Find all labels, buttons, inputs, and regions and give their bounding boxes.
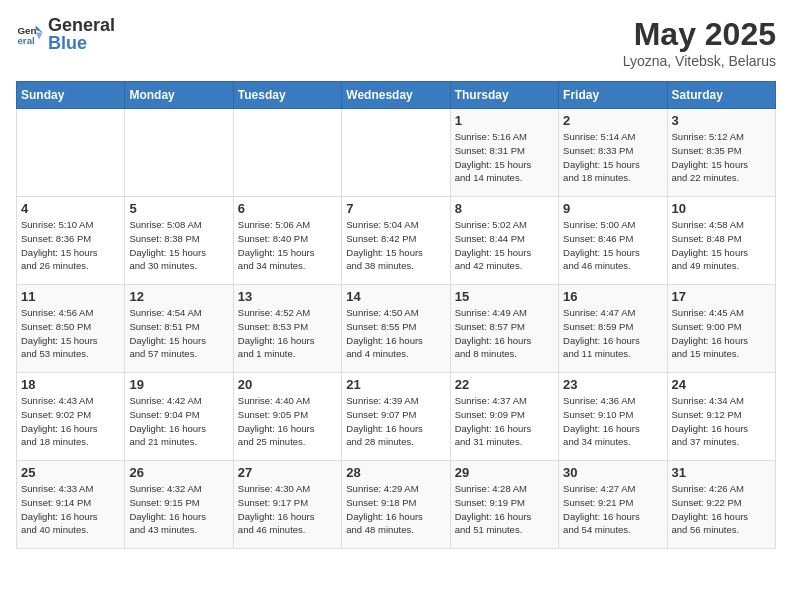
day-info-line: Sunset: 9:00 PM	[672, 321, 742, 332]
day-info-line: Sunset: 8:44 PM	[455, 233, 525, 244]
day-info: Sunrise: 5:10 AMSunset: 8:36 PMDaylight:…	[21, 218, 120, 273]
day-info-line: Daylight: 15 hours	[672, 159, 749, 170]
calendar-day-cell: 31Sunrise: 4:26 AMSunset: 9:22 PMDayligh…	[667, 461, 775, 549]
day-info: Sunrise: 4:47 AMSunset: 8:59 PMDaylight:…	[563, 306, 662, 361]
calendar-day-cell: 18Sunrise: 4:43 AMSunset: 9:02 PMDayligh…	[17, 373, 125, 461]
day-info-line: Daylight: 16 hours	[129, 511, 206, 522]
calendar-day-cell: 6Sunrise: 5:06 AMSunset: 8:40 PMDaylight…	[233, 197, 341, 285]
day-info: Sunrise: 4:33 AMSunset: 9:14 PMDaylight:…	[21, 482, 120, 537]
day-number: 22	[455, 377, 554, 392]
title-block: May 2025 Lyozna, Vitebsk, Belarus	[623, 16, 776, 69]
calendar-week-row: 4Sunrise: 5:10 AMSunset: 8:36 PMDaylight…	[17, 197, 776, 285]
calendar-day-cell: 12Sunrise: 4:54 AMSunset: 8:51 PMDayligh…	[125, 285, 233, 373]
day-info: Sunrise: 4:39 AMSunset: 9:07 PMDaylight:…	[346, 394, 445, 449]
day-info-line: Sunrise: 4:49 AM	[455, 307, 527, 318]
svg-marker-3	[36, 33, 43, 40]
day-info: Sunrise: 5:00 AMSunset: 8:46 PMDaylight:…	[563, 218, 662, 273]
day-info-line: Daylight: 16 hours	[346, 335, 423, 346]
day-info: Sunrise: 5:08 AMSunset: 8:38 PMDaylight:…	[129, 218, 228, 273]
day-info: Sunrise: 5:02 AMSunset: 8:44 PMDaylight:…	[455, 218, 554, 273]
day-info-line: Sunrise: 5:02 AM	[455, 219, 527, 230]
day-info: Sunrise: 5:14 AMSunset: 8:33 PMDaylight:…	[563, 130, 662, 185]
weekday-header-tuesday: Tuesday	[233, 82, 341, 109]
day-info-line: Sunset: 8:53 PM	[238, 321, 308, 332]
day-info-line: Sunset: 9:19 PM	[455, 497, 525, 508]
day-info: Sunrise: 4:52 AMSunset: 8:53 PMDaylight:…	[238, 306, 337, 361]
day-info-line: Sunrise: 4:37 AM	[455, 395, 527, 406]
calendar-day-cell: 19Sunrise: 4:42 AMSunset: 9:04 PMDayligh…	[125, 373, 233, 461]
weekday-header-thursday: Thursday	[450, 82, 558, 109]
calendar-day-cell: 21Sunrise: 4:39 AMSunset: 9:07 PMDayligh…	[342, 373, 450, 461]
day-info-line: Sunrise: 4:26 AM	[672, 483, 744, 494]
day-info: Sunrise: 4:43 AMSunset: 9:02 PMDaylight:…	[21, 394, 120, 449]
day-info-line: and 18 minutes.	[21, 436, 89, 447]
day-info-line: Sunset: 8:38 PM	[129, 233, 199, 244]
calendar-day-cell: 27Sunrise: 4:30 AMSunset: 9:17 PMDayligh…	[233, 461, 341, 549]
day-info-line: Daylight: 16 hours	[21, 423, 98, 434]
day-info-line: Daylight: 16 hours	[238, 511, 315, 522]
day-info-line: and 56 minutes.	[672, 524, 740, 535]
day-number: 1	[455, 113, 554, 128]
calendar-day-cell: 4Sunrise: 5:10 AMSunset: 8:36 PMDaylight…	[17, 197, 125, 285]
day-info-line: Daylight: 15 hours	[672, 247, 749, 258]
day-info-line: Sunset: 9:18 PM	[346, 497, 416, 508]
day-info: Sunrise: 4:27 AMSunset: 9:21 PMDaylight:…	[563, 482, 662, 537]
calendar-day-cell: 5Sunrise: 5:08 AMSunset: 8:38 PMDaylight…	[125, 197, 233, 285]
weekday-header-wednesday: Wednesday	[342, 82, 450, 109]
calendar-day-cell: 29Sunrise: 4:28 AMSunset: 9:19 PMDayligh…	[450, 461, 558, 549]
day-info-line: Daylight: 15 hours	[346, 247, 423, 258]
calendar-day-cell: 8Sunrise: 5:02 AMSunset: 8:44 PMDaylight…	[450, 197, 558, 285]
day-info-line: Sunrise: 4:33 AM	[21, 483, 93, 494]
day-info-line: Daylight: 15 hours	[21, 247, 98, 258]
day-info-line: Sunrise: 4:34 AM	[672, 395, 744, 406]
day-info-line: Sunset: 9:14 PM	[21, 497, 91, 508]
day-info-line: and 18 minutes.	[563, 172, 631, 183]
day-info-line: Daylight: 16 hours	[563, 511, 640, 522]
day-info-line: Sunrise: 4:56 AM	[21, 307, 93, 318]
day-info-line: Sunset: 9:05 PM	[238, 409, 308, 420]
day-info-line: Sunrise: 5:10 AM	[21, 219, 93, 230]
day-info: Sunrise: 4:56 AMSunset: 8:50 PMDaylight:…	[21, 306, 120, 361]
day-info-line: Daylight: 16 hours	[455, 511, 532, 522]
day-info-line: Daylight: 15 hours	[455, 247, 532, 258]
day-info-line: Sunset: 8:51 PM	[129, 321, 199, 332]
day-info-line: and 43 minutes.	[129, 524, 197, 535]
day-info-line: and 40 minutes.	[21, 524, 89, 535]
location-text: Lyozna, Vitebsk, Belarus	[623, 53, 776, 69]
calendar-table: SundayMondayTuesdayWednesdayThursdayFrid…	[16, 81, 776, 549]
day-number: 20	[238, 377, 337, 392]
day-info-line: Sunrise: 4:29 AM	[346, 483, 418, 494]
day-info: Sunrise: 4:45 AMSunset: 9:00 PMDaylight:…	[672, 306, 771, 361]
day-info-line: and 34 minutes.	[563, 436, 631, 447]
day-number: 29	[455, 465, 554, 480]
day-info: Sunrise: 4:26 AMSunset: 9:22 PMDaylight:…	[672, 482, 771, 537]
day-info-line: Sunrise: 4:43 AM	[21, 395, 93, 406]
day-info-line: Daylight: 16 hours	[238, 423, 315, 434]
day-info-line: Daylight: 15 hours	[129, 335, 206, 346]
calendar-day-cell: 30Sunrise: 4:27 AMSunset: 9:21 PMDayligh…	[559, 461, 667, 549]
calendar-day-cell: 28Sunrise: 4:29 AMSunset: 9:18 PMDayligh…	[342, 461, 450, 549]
day-info: Sunrise: 5:04 AMSunset: 8:42 PMDaylight:…	[346, 218, 445, 273]
calendar-day-cell: 9Sunrise: 5:00 AMSunset: 8:46 PMDaylight…	[559, 197, 667, 285]
day-info-line: Sunset: 9:02 PM	[21, 409, 91, 420]
day-number: 4	[21, 201, 120, 216]
day-info: Sunrise: 4:54 AMSunset: 8:51 PMDaylight:…	[129, 306, 228, 361]
calendar-day-cell: 24Sunrise: 4:34 AMSunset: 9:12 PMDayligh…	[667, 373, 775, 461]
day-info-line: Sunrise: 4:28 AM	[455, 483, 527, 494]
day-info-line: and 42 minutes.	[455, 260, 523, 271]
day-info-line: and 4 minutes.	[346, 348, 408, 359]
day-number: 18	[21, 377, 120, 392]
day-info: Sunrise: 4:42 AMSunset: 9:04 PMDaylight:…	[129, 394, 228, 449]
day-info-line: Sunset: 9:22 PM	[672, 497, 742, 508]
day-info-line: Daylight: 15 hours	[563, 159, 640, 170]
calendar-day-cell	[342, 109, 450, 197]
day-number: 5	[129, 201, 228, 216]
day-info-line: Sunset: 9:07 PM	[346, 409, 416, 420]
day-info-line: and 51 minutes.	[455, 524, 523, 535]
day-info-line: Sunrise: 4:32 AM	[129, 483, 201, 494]
month-year-heading: May 2025	[623, 16, 776, 53]
day-info-line: Sunset: 8:48 PM	[672, 233, 742, 244]
day-info-line: Sunset: 8:36 PM	[21, 233, 91, 244]
day-number: 12	[129, 289, 228, 304]
day-info-line: Sunset: 8:40 PM	[238, 233, 308, 244]
